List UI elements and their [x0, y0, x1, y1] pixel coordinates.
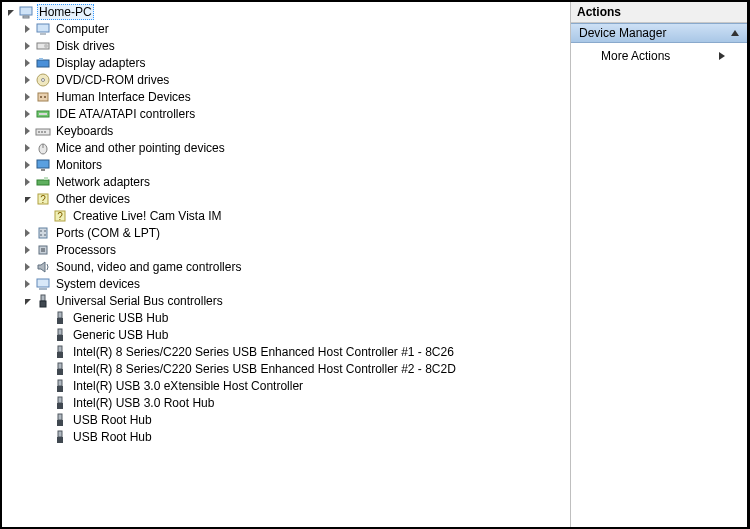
usb-device[interactable]: USB Root Hub — [38, 411, 568, 428]
actions-more-actions[interactable]: More Actions — [571, 43, 747, 69]
device-label: Intel(R) 8 Series/C220 Series USB Enhanc… — [71, 345, 456, 359]
category-keyboards[interactable]: Keyboards — [21, 122, 568, 139]
expand-icon[interactable] — [21, 227, 33, 239]
svg-rect-46 — [57, 352, 63, 358]
root-children: Computer Disk drives Display adapters — [4, 20, 568, 445]
category-hid[interactable]: Human Interface Devices — [21, 88, 568, 105]
category-label: Network adapters — [54, 175, 152, 189]
svg-rect-22 — [41, 169, 45, 171]
usb-device[interactable]: USB Root Hub — [38, 428, 568, 445]
usb-icon — [52, 378, 68, 394]
usb-device[interactable]: Intel(R) USB 3.0 eXtensible Host Control… — [38, 377, 568, 394]
expand-icon[interactable] — [21, 23, 33, 35]
device-label: Intel(R) USB 3.0 Root Hub — [71, 396, 216, 410]
device-label: Generic USB Hub — [71, 311, 170, 325]
usb-device[interactable]: Intel(R) 8 Series/C220 Series USB Enhanc… — [38, 343, 568, 360]
sound-icon — [35, 259, 51, 275]
usb-device[interactable]: Generic USB Hub — [38, 326, 568, 343]
category-label: Universal Serial Bus controllers — [54, 294, 225, 308]
expand-icon[interactable] — [21, 108, 33, 120]
svg-rect-37 — [37, 279, 49, 287]
category-disk-drives[interactable]: Disk drives — [21, 37, 568, 54]
expand-icon[interactable] — [21, 91, 33, 103]
svg-rect-16 — [38, 131, 40, 133]
svg-rect-56 — [57, 437, 63, 443]
svg-rect-35 — [41, 248, 45, 252]
collapse-icon[interactable] — [21, 193, 33, 205]
root-label[interactable]: Home-PC — [37, 4, 94, 20]
svg-rect-2 — [37, 24, 49, 32]
category-ide[interactable]: IDE ATA/ATAPI controllers — [21, 105, 568, 122]
category-monitors[interactable]: Monitors — [21, 156, 568, 173]
actions-pane: Actions Device Manager More Actions — [571, 2, 747, 527]
category-label: Sound, video and game controllers — [54, 260, 243, 274]
category-other-devices[interactable]: ? Other devices — [21, 190, 568, 207]
svg-point-33 — [44, 234, 46, 236]
category-label: Disk drives — [54, 39, 117, 53]
category-label: DVD/CD-ROM drives — [54, 73, 171, 87]
usb-icon — [35, 293, 51, 309]
actions-section-device-manager[interactable]: Device Manager — [571, 23, 747, 43]
svg-point-11 — [40, 96, 42, 98]
expand-icon[interactable] — [21, 142, 33, 154]
expand-icon[interactable] — [21, 40, 33, 52]
expand-icon[interactable] — [21, 278, 33, 290]
expand-icon[interactable] — [21, 125, 33, 137]
category-dvd[interactable]: DVD/CD-ROM drives — [21, 71, 568, 88]
svg-rect-45 — [58, 346, 62, 352]
device-creative-cam[interactable]: ? Creative Live! Cam Vista IM — [38, 207, 568, 224]
usb-icon — [52, 412, 68, 428]
display-icon — [35, 55, 51, 71]
svg-rect-41 — [58, 312, 62, 318]
svg-rect-43 — [58, 329, 62, 335]
svg-rect-55 — [58, 431, 62, 437]
expand-icon[interactable] — [21, 244, 33, 256]
svg-rect-3 — [40, 33, 46, 35]
category-display-adapters[interactable]: Display adapters — [21, 54, 568, 71]
category-label: Monitors — [54, 158, 104, 172]
device-tree-pane[interactable]: Home-PC Computer Disk drives — [2, 2, 571, 527]
svg-rect-54 — [57, 420, 63, 426]
svg-rect-40 — [40, 301, 46, 307]
expand-icon[interactable] — [21, 74, 33, 86]
category-processors[interactable]: Processors — [21, 241, 568, 258]
category-network[interactable]: Network adapters — [21, 173, 568, 190]
usb-device[interactable]: Intel(R) USB 3.0 Root Hub — [38, 394, 568, 411]
usb-icon — [52, 310, 68, 326]
svg-rect-10 — [38, 93, 48, 101]
svg-rect-23 — [37, 180, 49, 185]
category-label: Processors — [54, 243, 118, 257]
collapse-icon[interactable] — [4, 6, 16, 18]
system-icon — [35, 276, 51, 292]
device-label: USB Root Hub — [71, 413, 154, 427]
category-ports[interactable]: Ports (COM & LPT) — [21, 224, 568, 241]
collapse-icon[interactable] — [21, 295, 33, 307]
svg-point-12 — [44, 96, 46, 98]
ide-icon — [35, 106, 51, 122]
expand-icon[interactable] — [21, 159, 33, 171]
network-icon — [35, 174, 51, 190]
category-sound[interactable]: Sound, video and game controllers — [21, 258, 568, 275]
computer-icon — [18, 4, 34, 20]
svg-rect-50 — [57, 386, 63, 392]
usb-icon — [52, 344, 68, 360]
usb-device[interactable]: Intel(R) 8 Series/C220 Series USB Enhanc… — [38, 360, 568, 377]
device-label: Generic USB Hub — [71, 328, 170, 342]
svg-rect-7 — [39, 58, 43, 60]
computer-icon — [35, 21, 51, 37]
expand-icon[interactable] — [21, 176, 33, 188]
other-icon: ? — [35, 191, 51, 207]
expand-icon[interactable] — [21, 57, 33, 69]
category-mice[interactable]: Mice and other pointing devices — [21, 139, 568, 156]
category-system[interactable]: System devices — [21, 275, 568, 292]
category-usb[interactable]: Universal Serial Bus controllers — [21, 292, 568, 309]
svg-rect-44 — [57, 335, 63, 341]
tree-root[interactable]: Home-PC — [4, 3, 568, 20]
category-label: Other devices — [54, 192, 132, 206]
category-computer[interactable]: Computer — [21, 20, 568, 37]
expand-icon[interactable] — [21, 261, 33, 273]
svg-rect-39 — [41, 295, 45, 301]
usb-device[interactable]: Generic USB Hub — [38, 309, 568, 326]
usb-icon — [52, 361, 68, 377]
usb-children: Generic USB Hub Generic USB Hub Intel(R)… — [21, 309, 568, 445]
